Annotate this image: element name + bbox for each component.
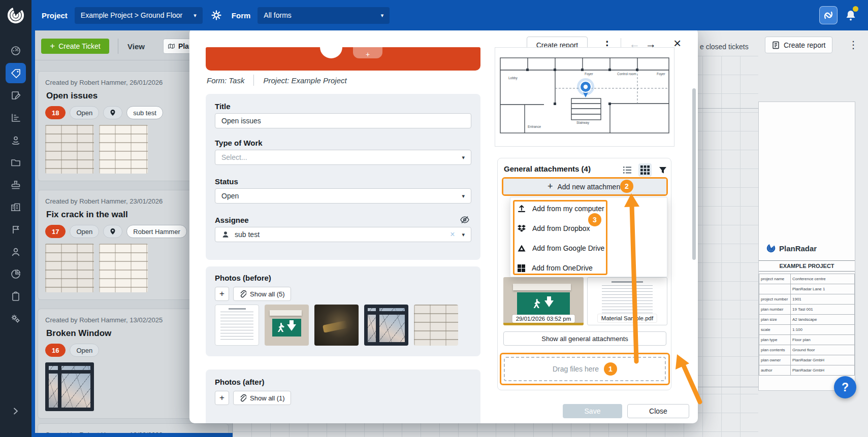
closed-tickets-toggle-text[interactable]: e closed tickets [700, 43, 749, 51]
plan-titleblock-sheet: PlanRadar EXAMPLE PROJECT project nameCo… [758, 102, 855, 391]
sidebar-item-flags[interactable] [6, 219, 26, 240]
assignee-select[interactable]: sub test × ▾ [215, 227, 471, 242]
add-photo-button[interactable]: + [215, 287, 229, 301]
attachment-date-label: 29/01/2026 03:52 pm [512, 315, 575, 323]
ticket-detail-modal: Create report ⋮ ← → × + Form: Task Proje… [189, 28, 698, 423]
plus-icon: + [219, 393, 224, 403]
step-badge-2: 2 [620, 180, 633, 193]
pie-chart-icon [10, 268, 21, 280]
photos-after-title: Photos (after) [215, 378, 265, 386]
menu-item-add-from-computer[interactable]: Add from my computer [518, 205, 604, 213]
show-all-photos-button[interactable]: Show all (1) [233, 391, 291, 405]
sidebar-item-approvals[interactable] [6, 175, 26, 195]
photo-texture [277, 323, 284, 332]
create-ticket-button[interactable]: + Create Ticket [41, 39, 109, 54]
ticket-photo[interactable] [45, 362, 94, 411]
ticket-location-badge [103, 106, 122, 119]
plan-room-label: Stairway [576, 121, 589, 124]
sidebar-item-contacts[interactable] [6, 242, 26, 262]
photo-thumbnail-exit-sign[interactable] [265, 305, 309, 346]
table-row: plan sizeA2 landscape [759, 315, 855, 325]
show-all-photos-button[interactable]: Show all (5) [233, 287, 291, 301]
notifications-button[interactable] [846, 10, 856, 21]
location-pin-icon [110, 228, 116, 235]
photo-texture [45, 370, 94, 374]
ticket-photo[interactable] [99, 244, 148, 292]
photo-texture [364, 311, 408, 315]
photo-thumbnail-window[interactable] [364, 305, 408, 346]
tb-label: scale [759, 325, 791, 335]
ticket-status-badge: Open [70, 225, 99, 238]
sidebar-item-statistics[interactable] [6, 108, 26, 128]
modal-scrollbar[interactable] [692, 88, 696, 260]
titleblock-project-title: EXAMPLE PROJECT [759, 260, 855, 272]
sidebar-item-site-plans[interactable] [6, 130, 26, 150]
ticket-photo[interactable] [99, 125, 148, 174]
close-label: Close [649, 407, 667, 415]
sidebar-item-tickets[interactable] [6, 63, 26, 83]
menu-item-add-from-google-drive[interactable]: Add from Google Drive [518, 244, 604, 252]
menu-item-add-from-onedrive[interactable]: Add from OneDrive [518, 264, 593, 272]
photo-thumbnail-brick[interactable] [414, 305, 458, 346]
apps-button[interactable] [819, 6, 838, 24]
save-button[interactable]: Save [563, 404, 622, 418]
menu-item-label: Add from OneDrive [532, 264, 593, 272]
filter-icon[interactable] [656, 163, 669, 177]
tb-value: PlanRadar Lane 1 [791, 284, 855, 294]
planradar-logo-icon [6, 5, 26, 25]
planradar-logo[interactable] [0, 0, 31, 30]
assignee-value: sub test [235, 230, 260, 239]
type-of-work-select[interactable]: Select... ▾ [215, 150, 471, 165]
photo-texture [220, 312, 253, 341]
project-selector[interactable]: Example Project > Ground Floor ▾ [75, 7, 203, 24]
sidebar-item-companies[interactable] [6, 197, 26, 217]
sidebar-item-reports[interactable] [6, 264, 26, 284]
list-view-icon[interactable] [621, 163, 634, 177]
sidebar-item-tasks[interactable] [6, 286, 26, 307]
grid-view-icon[interactable] [638, 163, 652, 177]
show-all-general-attachments-button[interactable]: Show all general attachments [503, 331, 666, 346]
ticket-assignee-badge: Robert Hammer [126, 225, 186, 238]
watcher-hidden-button[interactable] [460, 215, 470, 225]
ticket-assignee-badge: sub test [126, 106, 163, 119]
banner-add-button-partial[interactable]: + [353, 47, 382, 58]
sidebar-item-forms[interactable] [6, 85, 26, 106]
close-icon[interactable]: × [673, 37, 681, 50]
project-label: Project [42, 11, 68, 20]
photo-thumbnail-electronics[interactable] [314, 305, 359, 346]
status-select[interactable]: Open ▾ [215, 188, 471, 204]
close-button[interactable]: Close [627, 404, 689, 418]
attachment-thumbnail-pdf[interactable]: Material Sample.pdf [587, 277, 667, 325]
create-report-button-background[interactable]: Create report [765, 37, 832, 53]
photo-thumbnail-document[interactable] [215, 305, 259, 346]
kebab-menu-icon[interactable]: ⋮ [848, 39, 858, 51]
attachment-thumbnail-photo[interactable]: 29/01/2026 03:52 pm [503, 277, 584, 325]
form-edit-icon [10, 90, 21, 101]
menu-item-label: Add from Google Drive [532, 244, 604, 252]
ticket-photo[interactable] [45, 244, 94, 292]
sidebar-item-dashboard[interactable] [6, 41, 26, 61]
sidebar-expand-button[interactable] [6, 401, 26, 421]
add-photo-button[interactable]: + [215, 391, 229, 405]
ticket-photo[interactable] [45, 125, 94, 174]
tb-value: A2 landscape [791, 315, 855, 325]
sidebar-item-documents[interactable] [6, 152, 26, 173]
project-settings-button[interactable] [211, 10, 221, 20]
help-button[interactable]: ? [834, 376, 856, 398]
form-selector[interactable]: All forms ▾ [258, 7, 390, 24]
add-new-attachment-button[interactable]: + Add new attachment [502, 177, 668, 196]
add-attachment-menu: Add from my computer Add from Dropbox Ad… [510, 197, 667, 277]
tb-label: author [759, 365, 791, 376]
drag-files-dropzone[interactable]: Drag files here 1 [500, 353, 670, 385]
ticket-plan-preview[interactable]: Lobby Foyer Control room Foyer Stairway … [495, 47, 674, 147]
tb-value: Ground floor [791, 345, 855, 355]
folder-icon [10, 157, 21, 168]
add-new-attachment-inner[interactable]: + Add new attachment [503, 179, 666, 194]
menu-item-add-from-dropbox[interactable]: Add from Dropbox [518, 224, 590, 232]
title-input[interactable] [221, 117, 465, 125]
clear-icon[interactable]: × [450, 230, 455, 239]
ticket-number-badge: 18 [45, 106, 66, 119]
sidebar-item-settings[interactable] [6, 309, 26, 329]
title-field[interactable] [215, 113, 471, 128]
status-value: Open [221, 192, 239, 200]
